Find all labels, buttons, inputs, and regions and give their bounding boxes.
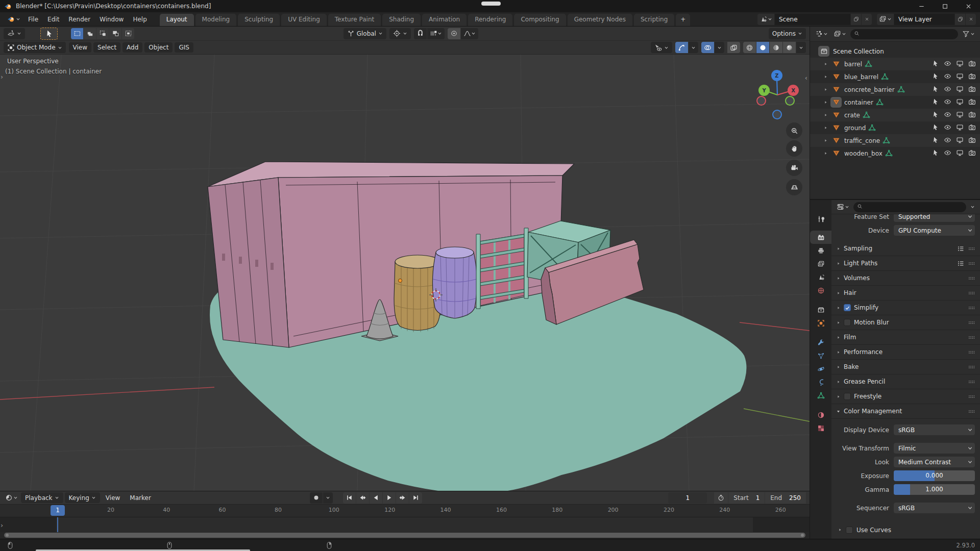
viewport-menu-view[interactable]: View bbox=[69, 42, 91, 53]
toggle-eye-icon[interactable] bbox=[944, 72, 951, 82]
pivot-point-button[interactable] bbox=[389, 28, 411, 39]
gizmo-y-axis[interactable]: Y bbox=[758, 85, 770, 96]
minimize-button[interactable] bbox=[910, 0, 933, 12]
viewport-menu-select[interactable]: Select bbox=[93, 42, 120, 53]
gizmo-y-neg[interactable] bbox=[785, 96, 795, 106]
toggle-camera-icon[interactable] bbox=[968, 136, 976, 145]
timeline-tracks[interactable]: › bbox=[0, 517, 810, 532]
toggle-select-pointer-icon[interactable] bbox=[932, 85, 939, 94]
tab-scripting[interactable]: Scripting bbox=[634, 14, 674, 26]
ortho-toggle-button[interactable] bbox=[786, 179, 802, 195]
toggle-eye-icon[interactable] bbox=[944, 123, 951, 133]
gizmo-z-axis[interactable]: Z bbox=[771, 70, 782, 81]
toggle-select-pointer-icon[interactable] bbox=[932, 111, 939, 120]
outliner-row-blue_barrel[interactable]: blue_barrel bbox=[810, 70, 980, 83]
timeline-scrollbar[interactable] bbox=[4, 533, 805, 538]
tab-geometry-nodes[interactable]: Geometry Nodes bbox=[568, 14, 632, 26]
editor-type-button[interactable] bbox=[4, 28, 25, 39]
outliner-display-mode-button[interactable] bbox=[832, 29, 848, 39]
checkbox-freestyle[interactable] bbox=[844, 393, 851, 400]
view-layer-browse-button[interactable] bbox=[877, 14, 894, 25]
transform-orientation-button[interactable]: Global bbox=[344, 28, 386, 39]
properties-tab-object[interactable] bbox=[810, 316, 831, 330]
properties-tab-physics[interactable] bbox=[810, 362, 831, 375]
zoom-button[interactable] bbox=[786, 122, 802, 139]
toggle-screen-icon[interactable] bbox=[956, 60, 964, 69]
transport-next-keyframe[interactable] bbox=[396, 492, 409, 504]
gizmo-z-neg[interactable] bbox=[772, 110, 782, 119]
properties-tab-texture[interactable] bbox=[810, 421, 831, 435]
timeline-menu-view[interactable]: View bbox=[102, 493, 124, 503]
tab-shading[interactable]: Shading bbox=[382, 14, 421, 26]
select-mode-extend-button[interactable] bbox=[84, 28, 96, 39]
properties-tab-output[interactable] bbox=[810, 244, 831, 257]
select-mode-subtract-button[interactable] bbox=[96, 28, 109, 39]
timeline-menu-marker[interactable]: Marker bbox=[126, 493, 155, 503]
camera-view-button[interactable] bbox=[786, 160, 802, 176]
show-overlays-button[interactable] bbox=[701, 42, 714, 53]
shading-rendered-button[interactable] bbox=[783, 42, 796, 53]
toggle-camera-icon[interactable] bbox=[968, 123, 976, 133]
toggle-screen-icon[interactable] bbox=[956, 136, 964, 145]
toggle-eye-icon[interactable] bbox=[944, 85, 951, 94]
overlays-dropdown[interactable] bbox=[715, 42, 724, 53]
properties-display-button[interactable] bbox=[835, 202, 851, 212]
properties-tab-tool[interactable] bbox=[810, 212, 831, 226]
properties-tab-particles[interactable] bbox=[810, 349, 831, 362]
timeline-menu-playback[interactable]: Playback bbox=[21, 492, 63, 503]
view-layer-remove-button[interactable] bbox=[966, 14, 976, 25]
checkbox-simplify[interactable] bbox=[844, 304, 851, 311]
viewport-menu-object[interactable]: Object bbox=[144, 42, 173, 53]
toggle-eye-icon[interactable] bbox=[944, 111, 951, 120]
tab-compositing[interactable]: Compositing bbox=[514, 14, 566, 26]
outliner-row-barrel[interactable]: barrel bbox=[810, 58, 980, 70]
properties-tab-object-data[interactable] bbox=[810, 389, 831, 402]
tab-modeling[interactable]: Modeling bbox=[195, 14, 237, 26]
scene-unlink-button[interactable] bbox=[862, 14, 872, 25]
outliner-filter-button[interactable] bbox=[961, 29, 976, 39]
panel-motion-blur[interactable]: Motion Blur bbox=[831, 315, 980, 330]
transport-jump-last[interactable] bbox=[409, 492, 422, 504]
timeline-expand-arrow[interactable]: › bbox=[1, 521, 3, 529]
toggle-select-pointer-icon[interactable] bbox=[932, 123, 939, 133]
outliner-row-container[interactable]: container bbox=[810, 96, 980, 109]
toggle-select-pointer-icon[interactable] bbox=[932, 136, 939, 145]
panel-simplify[interactable]: Simplify bbox=[831, 300, 980, 315]
sidebar-expand-arrow[interactable]: ‹ bbox=[805, 74, 807, 82]
toggle-screen-icon[interactable] bbox=[956, 72, 964, 82]
tab-sculpting[interactable]: Sculpting bbox=[238, 14, 280, 26]
panel-color-management[interactable]: Color Management bbox=[831, 404, 980, 419]
cm-slider-3[interactable]: 0.000 bbox=[894, 470, 975, 481]
toggle-select-pointer-icon[interactable] bbox=[932, 149, 939, 158]
select-mode-set-button[interactable] bbox=[71, 28, 83, 39]
viewport-canvas[interactable]: User Perspective (1) Scene Collection | … bbox=[0, 55, 810, 491]
shading-wireframe-button[interactable] bbox=[743, 42, 756, 53]
proportional-falloff-button[interactable] bbox=[461, 28, 478, 39]
active-tool-select-button[interactable] bbox=[40, 28, 58, 40]
use-curves-checkbox[interactable] bbox=[846, 527, 853, 534]
menu-help[interactable]: Help bbox=[128, 14, 151, 24]
cm-select-5[interactable]: sRGB bbox=[894, 503, 975, 513]
outliner-row-ground[interactable]: ground bbox=[810, 121, 980, 134]
snap-toggle-button[interactable] bbox=[414, 28, 427, 39]
toggle-screen-icon[interactable] bbox=[956, 111, 964, 120]
scene-name-field[interactable]: Scene bbox=[775, 14, 850, 25]
proportional-edit-button[interactable] bbox=[448, 28, 460, 39]
toggle-camera-icon[interactable] bbox=[968, 149, 976, 158]
gizmo-x-neg[interactable] bbox=[756, 96, 766, 106]
scene-new-button[interactable] bbox=[851, 14, 861, 25]
toolbar-expand-arrow[interactable]: › bbox=[1, 73, 3, 81]
tab-texture-paint[interactable]: Texture Paint bbox=[328, 14, 381, 26]
toggle-camera-icon[interactable] bbox=[968, 60, 976, 69]
shading-dropdown[interactable] bbox=[796, 42, 806, 53]
toggle-eye-icon[interactable] bbox=[944, 98, 951, 107]
outliner-editor-type-button[interactable] bbox=[814, 29, 829, 39]
tab-rendering[interactable]: Rendering bbox=[468, 14, 512, 26]
menu-edit[interactable]: Edit bbox=[43, 14, 64, 24]
scene-collection-row[interactable]: Scene Collection bbox=[810, 45, 980, 58]
maximize-button[interactable] bbox=[933, 0, 957, 12]
shading-solid-button[interactable] bbox=[756, 42, 769, 53]
options-button[interactable]: Options bbox=[769, 28, 806, 39]
outliner-search-input[interactable] bbox=[850, 29, 958, 39]
toggle-screen-icon[interactable] bbox=[956, 149, 964, 158]
